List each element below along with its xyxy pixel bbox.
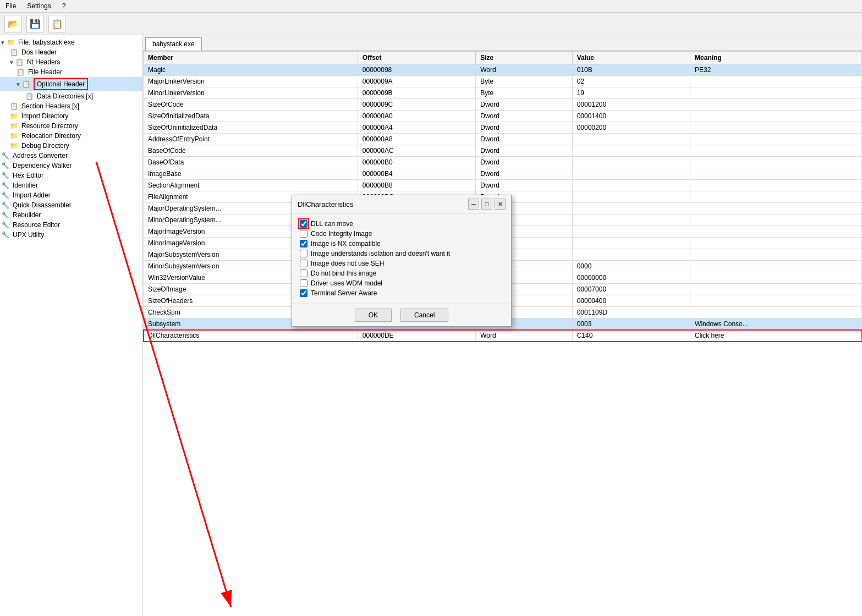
sidebar-item-9[interactable]: 📁Relocation Directory [0, 131, 142, 141]
col-header-meaning: Meaning [690, 52, 862, 64]
checkbox-7[interactable] [300, 289, 308, 297]
dialog-minimize-button[interactable]: ─ [468, 199, 479, 210]
sidebar-item-5[interactable]: 📋Data Directories [x] [0, 91, 142, 101]
sidebar-item-10[interactable]: 📁Debug Directory [0, 141, 142, 151]
toolbar: 📂 💾 📋 [0, 13, 862, 35]
sidebar-item-11[interactable]: 🔧Address Converter [0, 151, 142, 161]
sidebar-item-16[interactable]: 🔧Quick Disassembler [0, 200, 142, 210]
checkbox-row-6: Driver uses WDM model [300, 278, 503, 288]
checkbox-row-7: Terminal Server Aware [300, 288, 503, 298]
checkbox-row-4: Image does not use SEH [300, 258, 503, 268]
checkbox-1[interactable] [300, 230, 308, 238]
checkbox-6[interactable] [300, 279, 308, 287]
checkbox-3[interactable] [300, 250, 308, 257]
sidebar-item-0[interactable]: ▼ 📁File: babystack.exe [0, 37, 142, 47]
table-row[interactable]: AddressOfEntryPoint000000A8Dword [144, 134, 862, 145]
sidebar-item-18[interactable]: 🔧Resource Editor [0, 220, 142, 230]
checkbox-row-3: Image understands isolation and doesn't … [300, 249, 503, 258]
menu-settings[interactable]: Settings [24, 1, 54, 11]
sidebar: ▼ 📁File: babystack.exe📋Dos Header▼ 📋Nt H… [0, 35, 143, 616]
dialog-body: DLL can moveCode Integrity ImageImage is… [292, 213, 511, 304]
menubar: File Settings ? [0, 0, 862, 13]
table-row[interactable]: SizeOfInitializedData000000A0Dword000014… [144, 111, 862, 122]
sidebar-item-3[interactable]: 📋File Header [0, 67, 142, 77]
checkbox-2[interactable] [300, 240, 308, 248]
col-header-size: Size [476, 52, 572, 64]
dialog-maximize-button[interactable]: □ [481, 199, 492, 210]
save-button[interactable]: 💾 [26, 15, 44, 32]
table-row[interactable]: BaseOfData000000B0Dword [144, 157, 862, 168]
checkbox-5[interactable] [300, 270, 308, 277]
dialog-title: DllCharacteristics [298, 200, 353, 208]
checkbox-row-5: Do not bind this image [300, 268, 503, 278]
sidebar-item-4[interactable]: ▼ 📋Optional Header [0, 77, 142, 91]
checkbox-row-0: DLL can move [300, 219, 503, 229]
sidebar-item-15[interactable]: 🔧Import Adder [0, 190, 142, 200]
dialog-close-button[interactable]: ✕ [495, 199, 506, 210]
checkbox-4[interactable] [300, 260, 308, 267]
checkbox-row-2: Image is NX compatible [300, 239, 503, 249]
sidebar-item-17[interactable]: 🔧Rebuilder [0, 210, 142, 220]
tab-babystack[interactable]: babystack.exe [145, 37, 202, 51]
dll-characteristics-dialog: DllCharacteristics ─ □ ✕ DLL can moveCod… [292, 195, 512, 327]
sidebar-item-6[interactable]: 📋Section Headers [x] [0, 101, 142, 111]
sidebar-item-8[interactable]: 📁Resource Directory [0, 121, 142, 131]
sidebar-item-19[interactable]: 🔧UPX Utility [0, 230, 142, 240]
dialog-cancel-button[interactable]: Cancel [400, 309, 448, 322]
sidebar-item-14[interactable]: 🔧Identifier [0, 180, 142, 190]
sidebar-item-12[interactable]: 🔧Dependency Walker [0, 161, 142, 170]
copy-button[interactable]: 📋 [48, 15, 66, 32]
dialog-titlebar: DllCharacteristics ─ □ ✕ [292, 195, 511, 213]
sidebar-item-2[interactable]: ▼ 📋Nt Headers [0, 57, 142, 67]
table-row[interactable]: MajorLinkerVersion0000009AByte02 [144, 76, 862, 87]
col-header-value: Value [572, 52, 690, 64]
table-row[interactable]: SizeOfUninitializedData000000A4Dword0000… [144, 122, 862, 134]
col-header-member: Member [144, 52, 358, 64]
menu-file[interactable]: File [2, 1, 19, 11]
table-row[interactable]: SizeOfCode0000009CDword00001200 [144, 99, 862, 111]
table-row[interactable]: DllCharacteristics000000DEWordC140Click … [144, 330, 862, 342]
table-wrapper: Member Offset Size Value Meaning Magic00… [143, 51, 862, 616]
menu-help[interactable]: ? [59, 1, 69, 11]
dialog-ok-button[interactable]: OK [355, 309, 392, 322]
tab-bar: babystack.exe [143, 35, 862, 51]
table-row[interactable]: SectionAlignment000000B8Dword [144, 180, 862, 191]
sidebar-item-13[interactable]: 🔧Hex Editor [0, 170, 142, 180]
table-row[interactable]: ImageBase000000B4Dword [144, 168, 862, 180]
col-header-offset: Offset [358, 52, 475, 64]
checkbox-row-1: Code Integrity Image [300, 229, 503, 239]
table-row[interactable]: BaseOfCode000000ACDword [144, 145, 862, 157]
sidebar-item-1[interactable]: 📋Dos Header [0, 47, 142, 57]
open-button[interactable]: 📂 [4, 15, 22, 32]
table-row[interactable]: MinorLinkerVersion0000009BByte19 [144, 87, 862, 99]
dialog-controls: ─ □ ✕ [468, 199, 506, 210]
dialog-footer: OK Cancel [292, 304, 511, 326]
table-row[interactable]: Magic00000098Word010BPE32 [144, 64, 862, 76]
checkbox-0[interactable] [300, 220, 308, 228]
sidebar-item-7[interactable]: 📁Import Directory [0, 111, 142, 121]
